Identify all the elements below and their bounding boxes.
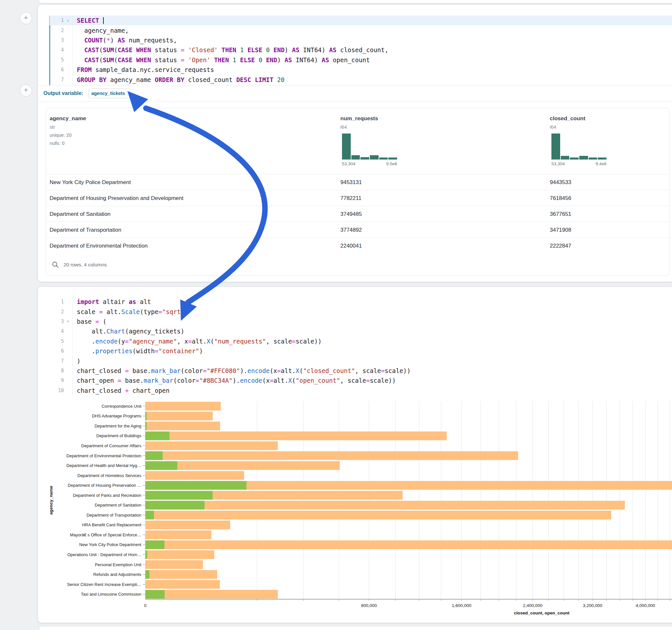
column-header-closed_count[interactable]: closed_counti6453,3049.4e6 (550, 108, 606, 166)
bar-open-count[interactable] (145, 550, 147, 559)
line-number: 2 (38, 28, 64, 33)
line-number: 1 (38, 299, 64, 305)
code-text: CAST(SUM(CASE WHEN status = 'Open' THEN … (72, 55, 672, 65)
column-header-num_requests[interactable]: num_requestsi6453,3049.5e6 (340, 108, 397, 166)
bar-closed-count[interactable] (145, 441, 278, 450)
code-line[interactable]: 3∨base = ( (38, 317, 672, 326)
table-row: Department of Housing Preservation and D… (46, 190, 669, 206)
table-row: New York City Police Department945313194… (46, 174, 669, 190)
code-line[interactable]: 2scale = alt.Scale(type="sqrt") (38, 307, 672, 316)
code-line[interactable]: 9chart_open = base.mark_bar(color="#8BC3… (38, 375, 672, 385)
code-line[interactable]: 6FROM sample_data.nyc.service_requests (38, 65, 672, 75)
bar-closed-count[interactable] (145, 412, 213, 420)
bar-open-count[interactable] (145, 491, 213, 500)
search-icon[interactable] (52, 261, 59, 268)
code-line[interactable]: 7) (38, 356, 672, 366)
y-axis-label: Correspondence Unit (101, 404, 141, 409)
bar-closed-count[interactable] (145, 520, 230, 529)
table-cell: 3471908 (550, 227, 571, 233)
line-number: 7 (38, 77, 64, 83)
output-variable-label: Output variable: (44, 91, 83, 96)
fold-chevron-icon[interactable]: ∨ (64, 319, 72, 323)
code-line[interactable]: 1import altair as alt (38, 297, 672, 307)
bar-open-count[interactable] (145, 481, 246, 490)
code-line[interactable]: 8chart_closed = base.mark_bar(color="#FF… (38, 366, 672, 375)
y-axis-label: Department for the Aging (94, 423, 141, 429)
code-text: GROUP BY agency_name ORDER BY closed_cou… (72, 75, 672, 84)
bar-closed-count[interactable] (145, 540, 672, 549)
y-axis-label: Department of Environmental Protection (67, 453, 141, 458)
output-variable-chip[interactable]: agency_tickets (89, 89, 130, 98)
bar-closed-count[interactable] (145, 431, 447, 440)
bar-closed-count[interactable] (145, 421, 220, 430)
code-line[interactable]: 5 CAST(SUM(CASE WHEN status = 'Open' THE… (38, 55, 672, 65)
y-axis-label: Mayorâ€ s Office of Special Enforce… (70, 532, 141, 537)
column-stat: unique: 20 (50, 132, 86, 138)
bar-closed-count[interactable] (145, 560, 203, 569)
code-line[interactable]: 2 agency_name, (38, 25, 672, 35)
y-axis-label: Senior Citizen Rent Increase Exempti… (67, 582, 141, 587)
table-cell: New York City Police Department (50, 179, 130, 186)
bar-closed-count[interactable] (145, 452, 518, 460)
histogram-range-labels: 53,3049.5e6 (342, 162, 397, 166)
code-text: alt.Chart(agency_tickets) (72, 326, 672, 336)
python-cell: 1import altair as alt2scale = alt.Scale(… (38, 287, 672, 623)
table-cell: 3774892 (340, 227, 362, 233)
y-axis-label: Refunds and Adjustments (93, 572, 142, 577)
code-line[interactable]: 4 CAST(SUM(CASE WHEN status = 'Closed' T… (38, 45, 672, 55)
bar-open-count[interactable] (145, 452, 163, 460)
bar-open-count[interactable] (145, 501, 205, 509)
code-line[interactable]: 7GROUP BY agency_name ORDER BY closed_co… (38, 75, 672, 84)
bar-open-count[interactable] (145, 540, 164, 549)
y-axis-label: Taxi and Limousine Commission (81, 592, 141, 597)
bar-open-count[interactable] (145, 412, 146, 420)
bar-closed-count[interactable] (145, 471, 244, 480)
bar-open-count[interactable] (145, 511, 154, 519)
bar-open-count[interactable] (145, 421, 146, 430)
code-text: scale = alt.Scale(type="sqrt") (72, 307, 672, 316)
y-axis-label: Department of Health and Mental Hyg… (67, 463, 141, 468)
y-axis-label: Department of Homeless Services (77, 473, 142, 478)
bar-closed-count[interactable] (145, 550, 214, 559)
bar-open-count[interactable] (145, 461, 177, 470)
line-number: 2 (38, 309, 64, 315)
y-axis-label: Personal Exemption Unit (95, 562, 141, 567)
bar-closed-count[interactable] (145, 580, 220, 589)
python-editor[interactable]: 1import altair as alt2scale = alt.Scale(… (38, 297, 672, 395)
text-cursor (103, 17, 104, 24)
table-row: Department of Transportation377489234719… (46, 222, 669, 238)
table-cell: 2240041 (340, 243, 362, 249)
bar-closed-count[interactable] (145, 590, 278, 599)
sql-editor[interactable]: 1∨SELECT 2 agency_name,3 COUNT(*) AS num… (38, 16, 672, 84)
bar-open-count[interactable] (145, 570, 149, 579)
table-cell: 3749485 (340, 211, 362, 217)
x-axis-tick-label: 3,200,000 (583, 603, 602, 608)
y-axis-label: Department of Buildings (96, 433, 141, 438)
add-cell-button[interactable]: + (20, 12, 32, 24)
add-cell-button-2[interactable]: + (20, 84, 32, 97)
bar-closed-count[interactable] (145, 511, 611, 519)
next-cell-edge (39, 626, 672, 630)
fold-chevron-icon[interactable]: ∨ (64, 19, 72, 23)
code-text: CAST(SUM(CASE WHEN status = 'Closed' THE… (72, 45, 672, 55)
previous-cell-edge (39, 0, 672, 3)
bar-closed-count[interactable] (145, 501, 625, 509)
bar-closed-count[interactable] (145, 570, 217, 579)
table-row-count: 20 rows, 4 columns (64, 262, 107, 268)
table-cell: 7782211 (340, 195, 361, 201)
bar-open-count[interactable] (145, 590, 165, 599)
bar-closed-count[interactable] (145, 402, 221, 411)
code-line[interactable]: 3 COUNT(*) AS num_requests, (38, 35, 672, 45)
bar-open-count[interactable] (145, 431, 170, 440)
y-axis-label: Department of Transportation (87, 513, 141, 517)
column-name: agency_name (50, 115, 86, 122)
histogram-range-labels: 53,3049.4e6 (551, 162, 606, 166)
code-line[interactable]: 1∨SELECT (38, 16, 672, 25)
bar-closed-count[interactable] (145, 531, 211, 539)
column-header-agency_name[interactable]: agency_namestrunique: 20nulls: 0 (50, 108, 86, 146)
table-footer: 20 rows, 4 columns (46, 254, 669, 275)
code-line[interactable]: 4 alt.Chart(agency_tickets) (38, 326, 672, 336)
code-line[interactable]: 5 .encode(y="agency_name", x=alt.X("num_… (38, 336, 672, 346)
code-line[interactable]: 6 .properties(width="container") (38, 346, 672, 356)
column-type: str (50, 124, 86, 130)
